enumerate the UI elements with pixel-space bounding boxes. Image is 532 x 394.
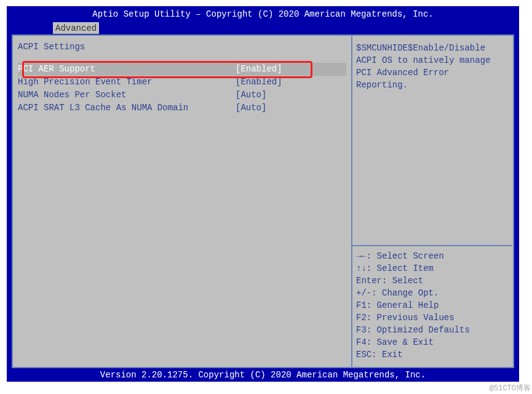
help-key-line: F4: Save & Exit	[356, 336, 508, 348]
main-frame: ACPI Settings PCI AER Support [Enabled] …	[12, 34, 514, 368]
help-line: Reporting.	[356, 79, 508, 91]
option-high-precision-event-timer[interactable]: High Precision Event Timer [Enabled]	[18, 76, 346, 89]
watermark: @51CTO博客	[490, 383, 531, 393]
option-acpi-srat-l3-cache[interactable]: ACPI SRAT L3 Cache As NUMA Domain [Auto]	[18, 102, 346, 115]
tab-advanced[interactable]: Advanced	[53, 22, 99, 34]
option-value: [Enabled]	[236, 63, 340, 76]
help-panel: $SMCUNHIDE$Enable/Disable ACPI OS to nat…	[352, 36, 512, 367]
help-key-line: →←: Select Screen	[356, 250, 508, 262]
help-line: $SMCUNHIDE$Enable/Disable	[356, 42, 508, 54]
bios-window: Aptio Setup Utility – Copyright (C) 2020…	[7, 6, 519, 382]
help-key-line: +/-: Change Opt.	[356, 287, 508, 299]
option-label: ACPI SRAT L3 Cache As NUMA Domain	[18, 102, 236, 115]
footer-bar: Version 2.20.1275. Copyright (C) 2020 Am…	[7, 368, 519, 382]
header-title: Aptio Setup Utility – Copyright (C) 2020…	[92, 9, 434, 19]
help-description: $SMCUNHIDE$Enable/Disable ACPI OS to nat…	[356, 42, 508, 91]
help-key-line: F3: Optimized Defaults	[356, 324, 508, 336]
help-key-line: ESC: Exit	[356, 348, 508, 361]
tab-label: Advanced	[55, 23, 97, 33]
header-bar: Aptio Setup Utility – Copyright (C) 2020…	[7, 6, 519, 22]
help-line: PCI Advanced Error	[356, 66, 508, 79]
option-value: [Auto]	[236, 102, 340, 115]
option-label: NUMA Nodes Per Socket	[18, 89, 236, 102]
help-keys: →←: Select Screen ↑↓: Select Item Enter:…	[356, 241, 508, 361]
help-key-line: F1: General Help	[356, 299, 508, 312]
section-title: ACPI Settings	[18, 42, 346, 52]
help-line: ACPI OS to natively manage	[356, 54, 508, 66]
help-key-line: Enter: Select	[356, 275, 508, 287]
help-divider	[352, 245, 512, 246]
option-label: High Precision Event Timer	[18, 76, 236, 89]
option-pci-aer-support[interactable]: PCI AER Support [Enabled]	[18, 63, 346, 76]
footer-text: Version 2.20.1275. Copyright (C) 2020 Am…	[100, 370, 426, 380]
tab-bar: Advanced	[7, 22, 519, 34]
option-label: PCI AER Support	[18, 63, 236, 76]
help-key-line: F2: Previous Values	[356, 312, 508, 324]
help-key-line: ↑↓: Select Item	[356, 262, 508, 275]
option-numa-nodes-per-socket[interactable]: NUMA Nodes Per Socket [Auto]	[18, 89, 346, 102]
option-value: [Enabled]	[236, 76, 340, 89]
option-value: [Auto]	[236, 89, 340, 102]
settings-panel: ACPI Settings PCI AER Support [Enabled] …	[13, 36, 352, 367]
